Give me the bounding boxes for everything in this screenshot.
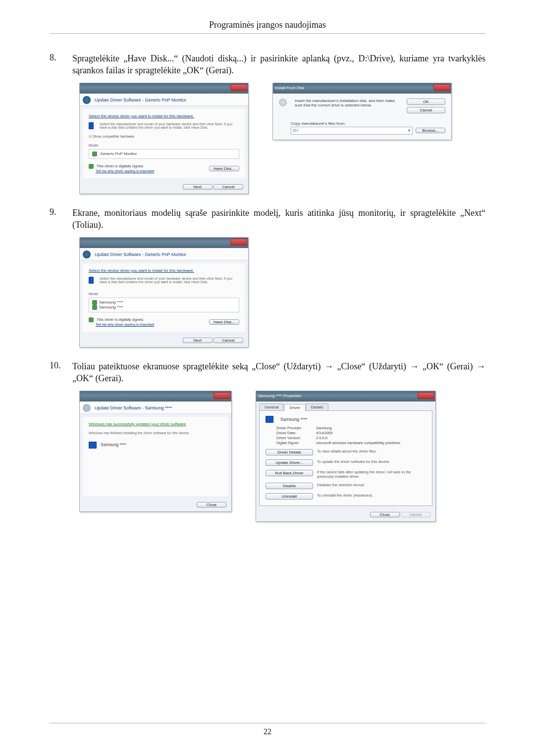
close-button[interactable]: Close [370,512,400,517]
success-sub: Windows has finished installing the driv… [89,431,222,435]
path-input[interactable]: D:\ ▾ [291,127,413,135]
wizard-breadcrumb: Update Driver Software - Samsung **** [95,405,172,410]
model-header: Model [89,292,239,296]
signed-text: This driver is digitally signed. [97,317,144,322]
path-value: D:\ [293,128,298,133]
signing-link[interactable]: Tell me why driver signing is important [89,323,154,326]
prop-date-k: Driver Date: [276,431,316,435]
wizard-breadcrumb: Update Driver Software - Generic PnP Mon… [95,98,186,102]
shield-icon [92,151,97,156]
tab-general[interactable]: General [259,403,284,410]
close-icon[interactable] [230,239,247,246]
close-icon[interactable] [230,84,247,91]
roll-back-button[interactable]: Roll Back Driver [266,470,313,476]
window-chrome: Samsung **** Properties [256,391,435,402]
back-icon[interactable] [83,251,91,258]
monitor-icon [89,122,94,129]
update-driver-success: Update Driver Software - Samsung **** Wi… [79,391,232,512]
page-header: Programinės įrangos naudojimas [50,20,485,34]
success-device: Samsung **** [101,442,126,447]
wizard-title: Select the device driver you want to ins… [89,268,239,273]
uninstall-button[interactable]: Uninstall [266,493,313,500]
monitor-properties: Samsung **** Properties General Driver D… [256,391,436,522]
cancel-button[interactable]: Cancel [407,107,445,113]
uninstall-desc: To uninstall the driver (Advanced). [317,493,426,498]
model-item-1[interactable]: Samsung **** [99,300,123,304]
close-icon[interactable] [433,84,450,91]
update-driver-desc: To update the driver software for this d… [317,459,426,464]
ok-button[interactable]: OK [407,99,445,105]
disable-button[interactable]: Disable [266,483,313,489]
dialog-title: Samsung **** Properties [258,394,301,398]
next-button[interactable]: Next [183,338,213,343]
close-icon[interactable] [214,392,230,399]
prop-provider-v: Samsung [316,426,426,430]
install-disk-msg: Insert the manufacturer's installation d… [295,99,402,107]
shield-icon [89,164,94,169]
install-from-disk-dialog: Install From Disk Insert the manufacture… [272,83,452,140]
driver-details-button[interactable]: Driver Details [266,449,313,455]
browse-button[interactable]: Browse... [416,128,445,133]
shield-icon [92,305,97,310]
have-disk-button[interactable]: Have Disk... [209,319,239,325]
shield-icon [92,300,97,305]
driver-details-desc: To view details about the driver files. [317,449,426,454]
step-8-num: 8. [50,52,72,63]
window-chrome [80,238,248,248]
show-compatible-label: Show compatible hardware [93,135,134,138]
step-8-text: Spragtelėkite „Have Disk...“ (Naudoti di… [72,52,485,77]
disk-icon [279,99,287,106]
next-button[interactable]: Next [183,184,213,190]
step-10-text: Toliau pateiktuose ekranuose spragtelėki… [72,360,485,385]
model-item-2[interactable]: Samsung **** [99,305,123,309]
have-disk-button[interactable]: Have Disk... [209,166,239,171]
show-compatible-checkbox[interactable]: ☑ [89,135,92,138]
wizard-title: Select the device driver you want to ins… [89,114,239,118]
success-title: Windows has successfully updated your dr… [89,422,222,426]
cancel-button[interactable]: Cancel [214,184,243,190]
copy-from-label: Copy manufacturer's files from: [273,118,451,126]
back-icon[interactable] [83,404,91,412]
update-driver-button[interactable]: Update Driver... [266,459,313,466]
monitor-icon [89,442,97,449]
tab-details[interactable]: Details [306,403,328,410]
disable-desc: Disables the selected device. [317,483,426,487]
dialog-title: Install From Disk [275,86,305,90]
monitor-icon [266,416,273,423]
model-list[interactable]: Generic PnP Monitor [89,149,239,159]
window-chrome [80,391,231,402]
wizard-subtext: Select the manufacturer and model of you… [100,122,239,130]
step-10: 10. Toliau pateiktuose ekranuose spragte… [50,360,485,385]
prop-signer-k: Digital Signer: [276,441,316,445]
close-button[interactable]: Close [197,502,226,507]
step-10-num: 10. [50,360,72,371]
page-number: 22 [50,723,485,736]
chevron-down-icon[interactable]: ▾ [408,128,410,133]
update-driver-wizard-models: Update Driver Software - Generic PnP Mon… [79,237,249,348]
tab-driver[interactable]: Driver [284,404,305,411]
cancel-button[interactable]: Cancel [214,338,243,343]
wizard-subtext: Select the manufacturer and model of you… [100,277,239,284]
cancel-button: Cancel [401,512,430,517]
signing-link[interactable]: Tell me why driver signing is important [89,169,154,173]
shield-icon [89,317,94,322]
step-9-num: 9. [50,207,72,217]
prop-signer-v: microsoft windows hardware compatibility… [316,441,426,445]
model-list[interactable]: Samsung **** Samsung **** [89,298,239,312]
window-chrome: Install From Disk [273,83,451,94]
step-9-text: Ekrane, monitoriaus modelių sąraše pasir… [72,207,485,231]
model-item[interactable]: Generic PnP Monitor [100,151,137,156]
prop-ver-v: 2.0.0.0 [316,436,426,440]
model-header: Model [89,144,239,147]
wizard-breadcrumb: Update Driver Software - Generic PnP Mon… [95,252,186,257]
step-8: 8. Spragtelėkite „Have Disk...“ (Naudoti… [50,52,485,77]
signed-text: This driver is digitally signed. [97,164,144,168]
prop-ver-k: Driver Version: [276,436,316,440]
step-9: 9. Ekrane, monitoriaus modelių sąraše pa… [50,207,485,231]
roll-back-desc: If the device fails after updating the d… [317,470,426,479]
close-icon[interactable] [418,392,434,399]
prop-provider-k: Driver Provider: [276,426,316,430]
prop-date-v: 4/14/2005 [316,431,426,435]
window-chrome [80,83,248,94]
back-icon[interactable] [83,96,91,104]
